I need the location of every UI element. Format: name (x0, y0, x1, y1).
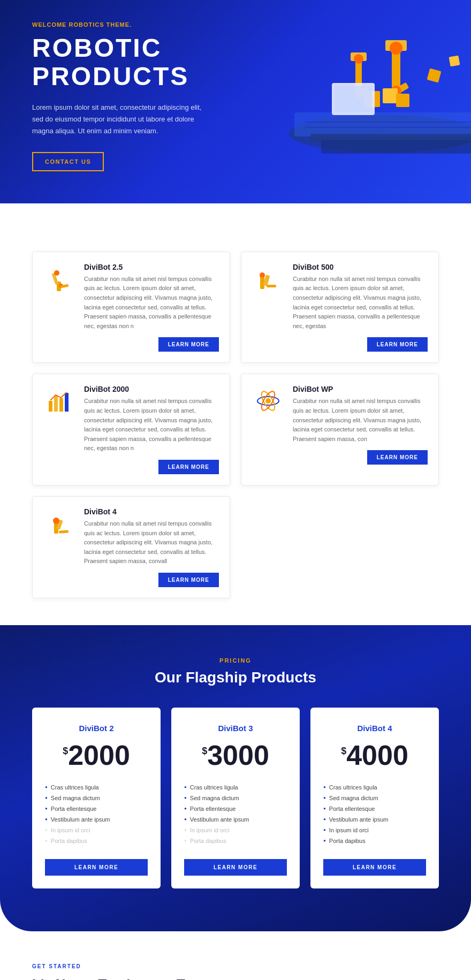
svg-rect-43 (59, 530, 69, 534)
pricing-price-1: $3000 (184, 741, 287, 769)
svg-rect-22 (321, 140, 471, 154)
pricing-features-2: Cras ultrices ligula Sed magna dictum Po… (323, 782, 426, 846)
svg-rect-18 (335, 86, 372, 112)
pricing-dollar-2: $ (341, 746, 346, 757)
feature-2-1: Sed magna dictum (323, 793, 426, 803)
products-grid: DiviBot 2.5 Curabitur non nulla sit amet… (32, 252, 439, 598)
product-card-divibot25: DiviBot 2.5 Curabitur non nulla sit amet… (32, 252, 230, 363)
hero-illustration (225, 5, 471, 177)
feature-1-3: Vestibulum ante ipsum (184, 814, 287, 825)
product-learn-btn-4[interactable]: LEARN MORE (158, 573, 219, 587)
svg-rect-32 (49, 401, 52, 412)
svg-point-7 (390, 42, 402, 55)
product-learn-btn-2[interactable]: LEARN MORE (158, 460, 219, 474)
svg-point-30 (260, 272, 265, 278)
product-desc-1: Curabitur non nulla sit amet nisl tempus… (293, 275, 428, 331)
svg-rect-34 (59, 398, 63, 412)
feature-0-0: Cras ultrices ligula (45, 782, 148, 793)
product-name-3: DiviBot WP (293, 385, 428, 393)
product-learn-btn-1[interactable]: LEARN MORE (367, 337, 428, 352)
svg-rect-35 (65, 393, 69, 412)
feature-1-4: In ipsum id orci (184, 825, 287, 835)
product-desc-0: Curabitur non nulla sit amet nisl tempus… (84, 275, 219, 331)
feature-0-4: In ipsum id orci (45, 825, 148, 835)
product-card-divibot2000: DiviBot 2000 Curabitur non nulla sit ame… (32, 374, 230, 485)
product-name-4: DiviBot 4 (84, 507, 219, 516)
pricing-price-0: $2000 (45, 741, 148, 769)
feature-0-5: Porta dapibus (45, 835, 148, 846)
svg-point-36 (265, 398, 271, 404)
product-desc-4: Curabitur non nulla sit amet nisl tempus… (84, 519, 219, 566)
svg-point-12 (354, 54, 363, 64)
svg-rect-19 (427, 69, 442, 83)
pricing-card-1: DiviBot 3 $3000 Cras ultrices ligula Sed… (171, 708, 300, 888)
feature-2-0: Cras ultrices ligula (323, 782, 426, 793)
product-name-0: DiviBot 2.5 (84, 263, 219, 271)
divibot2000-icon (43, 385, 75, 417)
products-section: DiviBot 2.5 Curabitur non nulla sit amet… (0, 225, 471, 625)
feature-1-2: Porta ellentesque (184, 803, 287, 814)
pricing-plan-name-0: DiviBot 2 (45, 724, 148, 733)
feature-1-0: Cras ultrices ligula (184, 782, 287, 793)
product-desc-3: Curabitur non nulla sit amet nisl tempus… (293, 397, 428, 444)
feature-2-2: Porta ellentesque (323, 803, 426, 814)
getstarted-illustration (246, 931, 471, 980)
pricing-section: PRICING Our Flagship Products DiviBot 2 … (0, 625, 471, 931)
pricing-card-0: DiviBot 2 $2000 Cras ultrices ligula Sed… (32, 708, 161, 888)
divibotwp-icon (252, 385, 284, 417)
pricing-plan-name-2: DiviBot 4 (323, 724, 426, 733)
product-desc-2: Curabitur non nulla sit amet nisl tempus… (84, 397, 219, 453)
product-card-divibotwp: DiviBot WP Curabitur non nulla sit amet … (241, 374, 439, 485)
divibot25-icon (43, 263, 75, 295)
getstarted-title: It's Never Too Late or Too Early to Get … (32, 976, 225, 980)
feature-0-1: Sed magna dictum (45, 793, 148, 803)
product-learn-btn-0[interactable]: LEARN MORE (158, 337, 219, 352)
hero-text: Lorem ipsum dolor sit amet, consectetur … (32, 102, 214, 137)
pricing-amount-1: 3000 (207, 740, 269, 771)
pricing-grid: DiviBot 2 $2000 Cras ultrices ligula Sed… (32, 708, 439, 888)
svg-rect-31 (267, 285, 276, 287)
pricing-amount-2: 4000 (346, 740, 408, 771)
product-learn-btn-3[interactable]: LEARN MORE (367, 450, 428, 465)
pricing-cta-1[interactable]: LEARN MORE (184, 859, 287, 876)
hero-contact-button[interactable]: CONTACT US (32, 152, 104, 171)
feature-2-3: Vestibulum ante ipsum (323, 814, 426, 825)
pricing-features-1: Cras ultrices ligula Sed magna dictum Po… (184, 782, 287, 846)
feature-2-4: In ipsum id orci (323, 825, 426, 835)
pricing-title: Our Flagship Products (32, 669, 439, 686)
getstarted-section: GET STARTED It's Never Too Late or Too E… (0, 931, 471, 980)
pricing-amount-0: 2000 (68, 740, 130, 771)
product-card-divibot4: DiviBot 4 Curabitur non nulla sit amet n… (32, 496, 230, 598)
pricing-price-2: $4000 (323, 741, 426, 769)
svg-rect-33 (54, 396, 58, 412)
svg-rect-20 (449, 56, 460, 67)
hero-title: ROBOTIC PRODUCTS (32, 34, 214, 91)
svg-rect-15 (383, 88, 398, 103)
divibot4-icon (43, 507, 75, 540)
spacer (0, 203, 471, 225)
product-card-divibot500: DiviBot 500 Curabitur non nulla sit amet… (241, 252, 439, 363)
pricing-plan-name-1: DiviBot 3 (184, 724, 287, 733)
pricing-label: PRICING (32, 657, 439, 664)
pricing-dollar-0: $ (63, 746, 68, 757)
svg-rect-16 (396, 94, 409, 107)
feature-1-1: Sed magna dictum (184, 793, 287, 803)
pricing-cta-0[interactable]: LEARN MORE (45, 859, 148, 876)
feature-2-5: Porta dapibus (323, 835, 426, 846)
hero-section: WELCOME ROBOTICS THEME. ROBOTIC PRODUCTS… (0, 0, 471, 203)
feature-0-3: Vestibulum ante ipsum (45, 814, 148, 825)
svg-point-25 (54, 270, 59, 276)
product-name-1: DiviBot 500 (293, 263, 428, 271)
pricing-dollar-1: $ (202, 746, 207, 757)
svg-rect-1 (294, 112, 471, 136)
svg-point-42 (53, 518, 59, 524)
divibot500-icon (252, 263, 284, 295)
feature-1-5: Porta dapibus (184, 835, 287, 846)
feature-0-2: Porta ellentesque (45, 803, 148, 814)
pricing-cta-2[interactable]: LEARN MORE (323, 859, 426, 876)
pricing-card-2: DiviBot 4 $4000 Cras ultrices ligula Sed… (310, 708, 439, 888)
pricing-features-0: Cras ultrices ligula Sed magna dictum Po… (45, 782, 148, 846)
product-name-2: DiviBot 2000 (84, 385, 219, 393)
